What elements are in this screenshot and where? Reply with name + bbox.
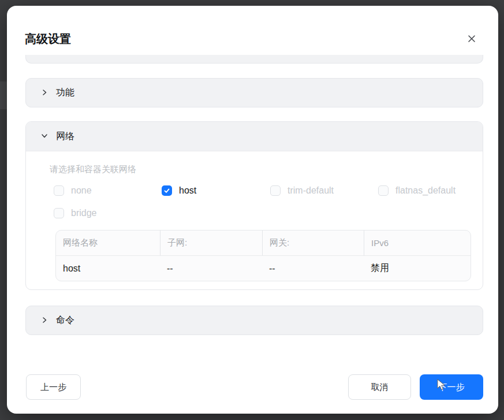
chevron-down-icon [41,131,48,142]
section-label-command: 命令 [56,314,74,326]
cell-ipv6: 禁用 [364,256,471,281]
checkbox-option-none[interactable]: none [54,185,162,196]
section-header-network[interactable]: 网络 [26,122,483,151]
section-header-command[interactable]: 命令 [25,306,483,335]
dialog-title: 高级设置 [25,31,71,47]
network-hint-text: 请选择和容器关联网络 [50,164,470,175]
table-header-subnet: 子网: [160,231,262,255]
cancel-button[interactable]: 取消 [348,374,411,400]
chevron-right-icon [41,88,48,98]
checkbox-unchecked-icon[interactable] [54,208,64,218]
section-header-partial[interactable] [25,55,483,64]
next-step-button[interactable]: 下一步 [420,374,483,400]
checkbox-label: host [179,185,196,196]
table-header-network-name: 网络名称 [56,231,160,255]
section-label-network: 网络 [56,131,74,143]
checkbox-unchecked-icon[interactable] [378,185,389,196]
advanced-settings-dialog: 高级设置 功能 [7,6,498,414]
checkbox-option-flatnas-default[interactable]: flatnas_default [378,185,470,196]
checkbox-label: trim-default [288,185,334,196]
section-network-expanded: 网络 请选择和容器关联网络 none hos [25,121,483,290]
cell-network-name: host [56,256,160,281]
section-header-features[interactable]: 功能 [25,78,483,107]
cell-subnet: -- [160,256,262,281]
screen: { "modal": { "title": "高级设置" }, "section… [0,0,504,420]
checkbox-checked-icon[interactable] [162,185,172,196]
checkbox-unchecked-icon[interactable] [270,185,281,196]
checkbox-option-trim-default[interactable]: trim-default [270,185,378,196]
dialog-scroll-area: 功能 网络 请选择和容器关联网络 none [25,55,483,335]
checkbox-label: none [71,185,92,196]
network-section-body: 请选择和容器关联网络 none host [26,151,483,289]
table-header-row: 网络名称 子网: 网关: IPv6 [56,231,471,256]
network-options-group: none host trim-default [54,185,470,218]
cell-gateway: -- [262,256,364,281]
network-info-table: 网络名称 子网: 网关: IPv6 host -- -- 禁用 [55,230,471,281]
checkbox-label: bridge [71,208,96,218]
table-header-ipv6: IPv6 [364,231,471,255]
section-label-features: 功能 [56,87,74,99]
checkbox-option-bridge[interactable]: bridge [54,208,162,218]
checkbox-label: flatnas_default [395,185,456,196]
checkbox-unchecked-icon[interactable] [54,185,64,196]
chevron-right-icon [41,315,48,326]
checkbox-option-host[interactable]: host [162,185,270,196]
previous-step-button[interactable]: 上一步 [26,374,81,400]
table-header-gateway: 网关: [262,231,364,255]
table-row: host -- -- 禁用 [56,256,471,281]
close-icon [467,34,476,45]
close-button[interactable] [464,32,479,47]
